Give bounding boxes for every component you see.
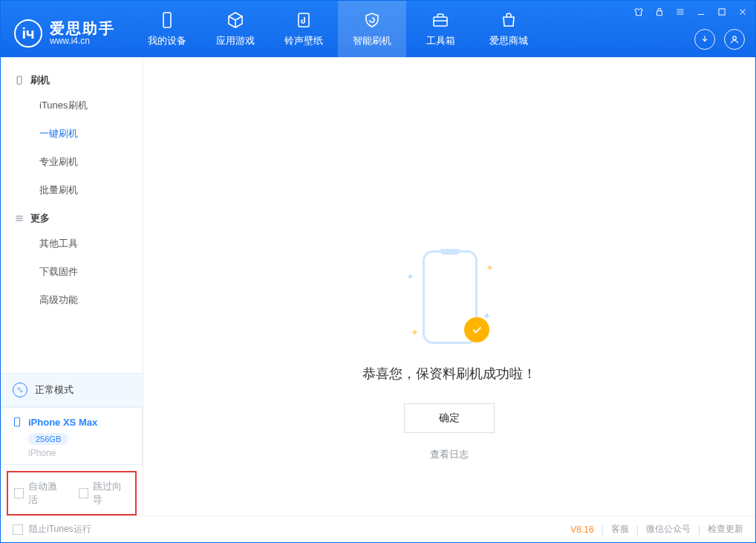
device-mode-row[interactable]: 正常模式 <box>1 373 143 407</box>
menu-icon[interactable] <box>674 5 687 19</box>
device-mode-label: 正常模式 <box>35 383 74 397</box>
sidebar-section-flash: 刷机 <box>1 66 143 91</box>
options-highlight-box: 自动激活 跳过向导 <box>7 471 137 516</box>
svg-rect-4 <box>719 9 725 15</box>
download-button[interactable] <box>694 29 715 50</box>
account-button[interactable] <box>724 29 745 50</box>
cube-icon <box>226 10 245 30</box>
checkbox-icon[interactable] <box>13 524 23 535</box>
phone-icon <box>14 75 25 85</box>
tab-label: 我的设备 <box>148 34 186 48</box>
lock-icon[interactable] <box>653 5 666 19</box>
phone-icon <box>12 415 22 429</box>
success-panel: ✦✦✦✦ 恭喜您，保资料刷机成功啦！ 确定 查看日志 <box>293 250 605 461</box>
header-round-buttons <box>694 29 745 50</box>
wechat-link[interactable]: 微信公众号 <box>646 523 691 536</box>
svg-rect-2 <box>434 17 447 26</box>
sidebar-section-more: 更多 <box>1 204 143 230</box>
tab-store[interactable]: 爱思商城 <box>475 1 543 57</box>
shopping-bag-icon <box>499 10 518 30</box>
device-capacity-badge: 256GB <box>28 433 68 445</box>
close-icon[interactable] <box>736 5 749 19</box>
sidebar-item-oneclick-flash[interactable]: 一键刷机 <box>1 120 143 148</box>
svg-rect-9 <box>15 417 20 426</box>
sidebar-item-itunes-flash[interactable]: iTunes刷机 <box>1 91 143 120</box>
success-title: 恭喜您，保资料刷机成功啦！ <box>293 365 605 383</box>
device-panel: 正常模式 iPhone XS Max 256GB iPhone 自动激活 <box>1 373 143 516</box>
body: 刷机 iTunes刷机 一键刷机 专业刷机 批量刷机 更多 其他工具 下载固件 … <box>1 57 755 516</box>
top-tabs: 我的设备 应用游戏 铃声壁纸 智能刷机 工具箱 爱思商城 <box>133 1 543 57</box>
app-logo: iч 爱思助手 www.i4.cn <box>1 1 128 57</box>
svg-rect-3 <box>657 11 662 16</box>
titlebar-controls <box>632 5 749 19</box>
device-name-label: iPhone XS Max <box>28 417 97 428</box>
check-badge-icon <box>464 317 489 342</box>
checkbox-label: 跳过向导 <box>93 480 129 507</box>
app-name: 爱思助手 <box>50 20 115 36</box>
sidebar-item-other-tools[interactable]: 其他工具 <box>1 230 143 258</box>
mode-icon <box>13 383 27 397</box>
main-content: ✦✦✦✦ 恭喜您，保资料刷机成功啦！ 确定 查看日志 <box>143 57 755 516</box>
checkbox-label: 自动激活 <box>28 480 65 507</box>
sidebar-item-batch-flash[interactable]: 批量刷机 <box>1 176 143 204</box>
block-itunes-checkbox[interactable]: 阻止iTunes运行 <box>29 523 91 536</box>
app-url: www.i4.cn <box>50 36 115 46</box>
phone-success-illustration: ✦✦✦✦ <box>405 250 494 347</box>
version-label: V8.16 <box>570 524 593 535</box>
sidebar-section-label: 刷机 <box>30 74 50 87</box>
sidebar: 刷机 iTunes刷机 一键刷机 专业刷机 批量刷机 更多 其他工具 下载固件 … <box>1 57 143 516</box>
svg-point-5 <box>733 36 737 40</box>
maximize-icon[interactable] <box>715 5 729 19</box>
music-file-icon <box>294 10 313 30</box>
tab-label: 工具箱 <box>426 34 455 48</box>
checkbox-icon <box>79 488 88 498</box>
device-icon <box>157 10 177 30</box>
ok-button[interactable]: 确定 <box>404 403 495 433</box>
sidebar-item-pro-flash[interactable]: 专业刷机 <box>1 148 143 176</box>
view-log-link[interactable]: 查看日志 <box>293 448 605 461</box>
header-bar: iч 爱思助手 www.i4.cn 我的设备 应用游戏 铃声壁纸 智能刷机 <box>1 1 755 57</box>
logo-icon: iч <box>14 19 42 48</box>
tab-label: 智能刷机 <box>353 34 391 48</box>
device-info-box[interactable]: iPhone XS Max 256GB iPhone <box>1 407 143 465</box>
tab-smart-flash[interactable]: 智能刷机 <box>338 1 406 57</box>
app-window: iч 爱思助手 www.i4.cn 我的设备 应用游戏 铃声壁纸 智能刷机 <box>0 0 756 543</box>
svg-rect-1 <box>299 13 309 27</box>
checkbox-icon <box>14 488 24 498</box>
device-family-label: iPhone <box>28 448 131 458</box>
shirt-icon[interactable] <box>632 5 645 19</box>
sidebar-section-label: 更多 <box>30 212 50 225</box>
tab-label: 铃声壁纸 <box>284 34 323 48</box>
svg-point-8 <box>20 390 22 392</box>
support-link[interactable]: 客服 <box>611 523 629 536</box>
checkbox-auto-activate[interactable]: 自动激活 <box>14 480 65 507</box>
tab-apps-games[interactable]: 应用游戏 <box>201 1 270 57</box>
svg-rect-0 <box>163 13 171 27</box>
svg-rect-6 <box>17 77 22 85</box>
tab-my-device[interactable]: 我的设备 <box>133 1 201 57</box>
tab-label: 应用游戏 <box>216 34 255 48</box>
svg-point-7 <box>18 388 20 390</box>
tab-ringtone-wallpaper[interactable]: 铃声壁纸 <box>270 1 338 57</box>
checkbox-skip-guide[interactable]: 跳过向导 <box>79 480 130 507</box>
toolbox-icon <box>431 10 450 30</box>
minimize-icon[interactable] <box>694 5 708 19</box>
sidebar-item-download-firmware[interactable]: 下载固件 <box>1 258 143 286</box>
list-icon <box>14 213 25 224</box>
shield-refresh-icon <box>362 10 382 30</box>
sidebar-item-advanced[interactable]: 高级功能 <box>1 286 143 314</box>
tab-label: 爱思商城 <box>489 34 528 48</box>
status-bar: 阻止iTunes运行 V8.16 | 客服 | 微信公众号 | 检查更新 <box>1 516 755 542</box>
tab-toolbox[interactable]: 工具箱 <box>406 1 475 57</box>
check-update-link[interactable]: 检查更新 <box>708 523 743 536</box>
